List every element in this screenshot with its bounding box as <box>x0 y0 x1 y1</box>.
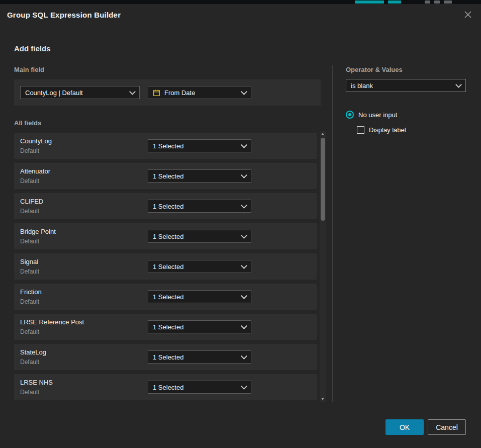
field-subtitle: Default <box>20 238 56 245</box>
main-field-layer-value: CountyLog | Default <box>25 89 83 97</box>
field-subtitle: Default <box>20 208 43 215</box>
field-name: Attenuator <box>20 167 50 175</box>
field-name: CountyLog <box>20 137 52 145</box>
field-info: StateLog Default <box>20 348 46 366</box>
cancel-button[interactable]: Cancel <box>428 419 466 435</box>
field-row: CLIFED Default 1 Selected <box>14 193 317 219</box>
field-values-selected: 1 Selected <box>153 293 183 301</box>
all-fields-list: CountyLog Default 1 Selected Attenuator … <box>14 133 317 404</box>
field-values-selected: 1 Selected <box>153 233 183 240</box>
date-field-icon <box>153 89 160 97</box>
field-name: Bridge Point <box>20 228 56 235</box>
display-label-label: Display label <box>369 126 406 134</box>
field-values-dropdown[interactable]: 1 Selected <box>148 200 251 213</box>
field-values-dropdown[interactable]: 1 Selected <box>148 139 251 152</box>
field-values-selected: 1 Selected <box>153 263 183 271</box>
field-row: LRSE NHS Default 1 Selected <box>14 374 317 400</box>
ok-button[interactable]: OK <box>386 419 424 435</box>
field-values-dropdown[interactable]: 1 Selected <box>148 381 251 394</box>
chevron-down-icon <box>241 262 247 269</box>
background-icon-fragment <box>434 1 440 4</box>
scrollbar[interactable] <box>320 131 326 402</box>
operator-dropdown[interactable]: is blank <box>346 79 466 92</box>
no-user-input-radio[interactable]: No user input <box>346 111 397 119</box>
background-icon-fragment <box>425 1 430 4</box>
main-field-layer-dropdown[interactable]: CountyLog | Default <box>20 86 140 99</box>
background-teal-fragment <box>355 1 384 4</box>
field-values-dropdown[interactable]: 1 Selected <box>148 230 251 243</box>
background-app-strip <box>0 0 481 4</box>
field-info: CountyLog Default <box>20 137 52 154</box>
field-subtitle: Default <box>20 177 50 185</box>
main-field-field-dropdown[interactable]: From Date <box>148 86 251 99</box>
field-values-dropdown[interactable]: 1 Selected <box>148 169 251 183</box>
chevron-down-icon <box>241 142 247 148</box>
field-row: CountyLog Default 1 Selected <box>14 133 317 159</box>
checkbox-unchecked-icon <box>357 126 364 134</box>
field-info: Friction Default <box>20 288 42 305</box>
field-info: CLIFED Default <box>20 198 43 215</box>
field-info: Bridge Point Default <box>20 228 56 245</box>
field-name: Friction <box>20 288 42 296</box>
field-info: LRSE Reference Post Default <box>20 318 84 335</box>
field-row: StateLog Default 1 Selected <box>14 344 317 370</box>
field-values-selected: 1 Selected <box>153 172 183 180</box>
field-values-dropdown[interactable]: 1 Selected <box>148 320 251 333</box>
field-row: Attenuator Default 1 Selected <box>14 163 317 189</box>
chevron-down-icon <box>241 232 247 239</box>
scrollbar-up-arrow[interactable] <box>321 133 324 135</box>
field-values-selected: 1 Selected <box>153 384 183 391</box>
field-values-dropdown[interactable]: 1 Selected <box>148 350 251 364</box>
field-info: Signal Default <box>20 258 39 275</box>
field-name: LRSE Reference Post <box>20 318 84 326</box>
chevron-down-icon <box>241 353 247 360</box>
field-row: LRSE Reference Post Default 1 Selected <box>14 314 317 340</box>
field-subtitle: Default <box>20 268 39 275</box>
scrollbar-down-arrow[interactable] <box>321 398 324 400</box>
dialog-title: Group SQL Expression Builder <box>7 11 121 19</box>
field-subtitle: Default <box>20 359 46 366</box>
chevron-down-icon <box>241 383 247 390</box>
background-icon-fragment <box>444 1 452 4</box>
field-info: Attenuator Default <box>20 167 50 185</box>
field-row: Bridge Point Default 1 Selected <box>14 223 317 249</box>
field-values-selected: 1 Selected <box>153 142 183 150</box>
field-name: Signal <box>20 258 39 265</box>
field-row: Friction Default 1 Selected <box>14 284 317 310</box>
background-teal-fragment <box>388 1 401 4</box>
field-name: LRSE NHS <box>20 379 53 386</box>
display-label-checkbox[interactable]: Display label <box>357 126 406 134</box>
field-info: LRSE NHS Default <box>20 379 53 396</box>
operator-values-label: Operator & Values <box>346 66 403 73</box>
field-subtitle: Default <box>20 147 52 154</box>
field-name: CLIFED <box>20 198 43 205</box>
field-name: StateLog <box>20 348 46 356</box>
chevron-down-icon <box>241 323 247 329</box>
section-title: Add fields <box>14 44 51 53</box>
field-values-selected: 1 Selected <box>153 353 183 361</box>
operator-value: is blank <box>351 82 373 89</box>
main-field-band: CountyLog | Default From Date <box>14 79 321 106</box>
field-values-dropdown[interactable]: 1 Selected <box>148 290 251 303</box>
chevron-down-icon <box>455 81 462 88</box>
field-subtitle: Default <box>20 298 42 305</box>
scrollbar-thumb[interactable] <box>321 138 325 221</box>
chevron-down-icon <box>241 202 247 209</box>
radio-selected-icon <box>346 111 354 119</box>
main-field-label: Main field <box>14 66 44 73</box>
all-fields-label: All fields <box>14 119 41 127</box>
chevron-down-icon <box>129 88 136 95</box>
radio-dot <box>348 113 351 116</box>
field-row: Signal Default 1 Selected <box>14 253 317 280</box>
field-values-dropdown[interactable]: 1 Selected <box>148 260 251 273</box>
chevron-down-icon <box>241 172 247 178</box>
no-user-input-label: No user input <box>358 111 397 119</box>
main-field-field-value: From Date <box>164 89 195 97</box>
dialog-footer: OK Cancel <box>386 419 466 435</box>
dialog-header: Group SQL Expression Builder <box>0 4 481 25</box>
panel-divider <box>332 65 333 402</box>
group-sql-expression-builder-dialog: Group SQL Expression Builder Add fields … <box>0 4 481 448</box>
field-subtitle: Default <box>20 389 53 396</box>
close-icon[interactable] <box>462 9 474 21</box>
field-subtitle: Default <box>20 328 84 335</box>
